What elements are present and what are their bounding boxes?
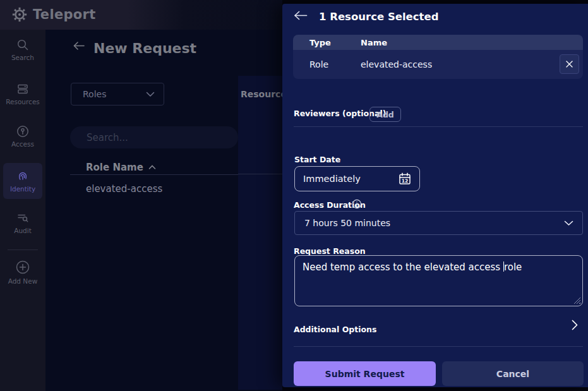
calendar-icon[interactable]: 12	[398, 172, 412, 186]
search-input[interactable]	[70, 126, 238, 148]
sidebar-item-identity[interactable]: Identity	[3, 163, 42, 199]
access-duration-select[interactable]: 7 hours 50 minutes	[294, 211, 583, 235]
category-dropdown[interactable]: Roles	[71, 83, 164, 105]
drawer-title: 1 Resource Selected	[319, 11, 438, 23]
page-title: New Request	[93, 40, 196, 56]
request-reason-textarea[interactable]: Need temp access to the elevated access …	[294, 255, 583, 306]
role-name-column-header[interactable]: Role Name	[86, 162, 156, 173]
sidebar-item-label: Access	[0, 140, 45, 148]
sidebar-divider	[8, 250, 38, 250]
brand-name: Teleport	[33, 7, 95, 22]
topbar: Teleport	[0, 0, 282, 30]
fingerprint-icon	[3, 169, 42, 183]
add-reviewer-button[interactable]: Add	[369, 107, 401, 122]
sidebar-item-access[interactable]: Access	[0, 124, 45, 148]
column-header-type: Type	[293, 38, 361, 47]
gear-logo-icon	[11, 6, 28, 23]
request-reason-text: Need temp access to the elevated access	[303, 262, 503, 273]
category-dropdown-value: Roles	[83, 89, 106, 99]
request-reason-label: Request Reason	[294, 246, 366, 256]
sidebar-item-resources[interactable]: Resources	[0, 82, 45, 105]
back-arrow-icon[interactable]	[73, 41, 85, 51]
sidebar-item-label: Add New	[0, 277, 45, 285]
resource-type-cell: Role	[293, 59, 361, 69]
remove-resource-button[interactable]	[560, 54, 579, 74]
submit-request-button[interactable]: Submit Request	[294, 361, 436, 386]
selected-resources-table: Type Name Role elevated-access	[293, 35, 583, 79]
keyhole-icon	[0, 124, 45, 138]
resource-name-cell: elevated-access	[361, 59, 432, 69]
resources-panel-heading: Resources	[241, 89, 282, 99]
info-icon[interactable]	[352, 199, 362, 209]
sidebar: Search Resources Access	[0, 30, 45, 391]
servers-icon	[0, 82, 45, 96]
sidebar-item-label: Search	[0, 54, 45, 61]
table-row[interactable]: elevated-access	[86, 183, 162, 195]
plus-circle-icon	[0, 259, 45, 275]
chevron-down-icon	[564, 220, 573, 226]
sort-ascending-icon	[148, 165, 156, 170]
sidebar-item-search[interactable]: Search	[0, 38, 45, 61]
close-icon	[565, 60, 573, 68]
access-duration-value: 7 hours 50 minutes	[304, 218, 390, 228]
resources-panel-divider	[238, 174, 282, 174]
sidebar-item-audit[interactable]: Audit	[0, 211, 45, 234]
resize-handle[interactable]	[573, 297, 580, 304]
cancel-button[interactable]: Cancel	[442, 361, 584, 386]
resources-panel: Resources	[238, 76, 282, 390]
table-header-underline	[70, 174, 238, 175]
main-content: New Request Roles Resources Role Name el…	[45, 30, 282, 391]
start-date-field[interactable]: Immediately 12	[294, 166, 420, 191]
list-search-icon	[0, 211, 45, 225]
column-header-name: Name	[361, 38, 387, 47]
chevron-down-icon	[146, 92, 155, 97]
additional-options-label: Additional Options	[294, 325, 376, 334]
section-divider	[294, 126, 583, 127]
search-icon	[0, 38, 45, 52]
request-reason-text: role	[504, 262, 522, 273]
chevron-right-icon[interactable]	[572, 320, 578, 330]
teleport-logo[interactable]: Teleport	[11, 6, 95, 23]
start-date-value: Immediately	[303, 174, 361, 184]
sidebar-item-label: Resources	[0, 98, 45, 105]
sidebar-item-label: Identity	[3, 185, 42, 193]
resource-request-drawer: 1 Resource Selected Type Name Role eleva…	[282, 4, 588, 387]
table-row: Role elevated-access	[293, 50, 583, 79]
calendar-day-number: 12	[402, 178, 408, 184]
drawer-back-arrow-icon[interactable]	[293, 10, 308, 21]
sidebar-item-label: Audit	[0, 227, 45, 234]
sidebar-item-add-new[interactable]: Add New	[0, 259, 45, 285]
start-date-label: Start Date	[294, 155, 340, 164]
selected-table-header: Type Name	[293, 35, 583, 50]
section-divider	[294, 346, 583, 347]
